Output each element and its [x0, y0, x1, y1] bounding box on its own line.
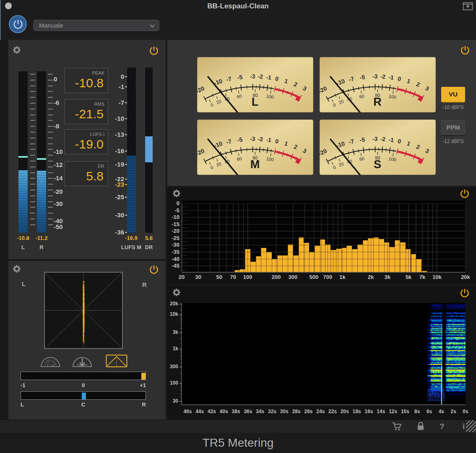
meter-value-L: -10.8 — [14, 235, 32, 241]
sgram-y-label: 100 — [164, 380, 178, 386]
meter-tick — [48, 138, 53, 138]
window-restore-icon[interactable] — [463, 2, 473, 12]
ppm-mode-button[interactable]: PPM — [441, 120, 465, 135]
meter-tick — [30, 138, 35, 138]
svg-text:-2: -2 — [380, 135, 386, 143]
gonio-mode-scatter-button[interactable] — [39, 354, 61, 367]
preset-dropdown[interactable]: Manuale — [33, 20, 159, 31]
lock-icon[interactable] — [416, 421, 425, 433]
meter-label-R: R — [32, 244, 51, 250]
meter-tick — [48, 190, 53, 190]
meter-tick — [30, 120, 35, 121]
cart-icon[interactable] — [391, 422, 402, 433]
lufs-scale-label: -30 — [106, 211, 124, 219]
lufs-readout-value: -19.0 — [75, 137, 104, 151]
spectrum-power-icon[interactable] — [460, 189, 469, 198]
meter-tick — [30, 190, 35, 190]
spectrum-settings-gear-icon[interactable] — [172, 189, 181, 198]
correlation-meter[interactable] — [21, 372, 146, 380]
svg-text:-3: -3 — [372, 135, 378, 142]
lr-scale-label: -50 — [54, 223, 70, 230]
svg-text:S: S — [374, 158, 381, 171]
svg-text:-3: -3 — [372, 73, 378, 80]
meter-tick — [30, 115, 35, 115]
lufs-scale-label: -13 — [106, 131, 124, 138]
meter-tick — [48, 143, 53, 144]
meters-settings-gear-icon[interactable] — [13, 46, 21, 54]
lr-scale-label: 0 — [54, 76, 70, 83]
balance-meter[interactable] — [21, 391, 146, 400]
sgram-settings-gear-icon[interactable] — [172, 288, 181, 297]
spectrum-x-label: 30 — [190, 274, 207, 280]
vu-meter-M: -20-10-7-5-3-2-10123020406080100M — [197, 120, 313, 175]
plugin-name: TR5 Metering — [0, 433, 476, 453]
help-icon[interactable]: ? — [440, 422, 445, 431]
meter-tick — [30, 184, 35, 185]
gonio-settings-gear-icon[interactable] — [13, 265, 21, 273]
meter-tick — [30, 213, 35, 213]
rms-readout: RMS -21.5 — [65, 99, 108, 124]
vu-meter-L: -20-10-7-5-3-2-10123020406080100L — [197, 57, 313, 112]
meter-tick — [30, 178, 35, 179]
svg-text:-1: -1 — [388, 74, 395, 81]
spectrum-x-label: 300 — [284, 274, 301, 280]
meter-tick — [30, 219, 35, 219]
vu-mode-button[interactable]: VU — [441, 87, 465, 102]
spectrum-y-label: -10 — [164, 214, 179, 220]
resize-handle[interactable] — [466, 420, 476, 432]
vu-mode-caption: -10 dBFS — [441, 104, 465, 110]
svg-text:-3: -3 — [250, 73, 255, 80]
svg-text:-5: -5 — [359, 136, 366, 143]
meter-label-L: L — [14, 244, 32, 250]
meter-tick — [30, 80, 35, 81]
meter-tick — [30, 109, 35, 109]
info-icon[interactable]: i — [463, 422, 465, 431]
spectrum-y-label: -15 — [164, 221, 179, 227]
meter-tick — [30, 91, 35, 92]
dr-block — [145, 136, 153, 162]
main-power-button[interactable] — [9, 15, 27, 33]
spectrum-x-label: 10k — [429, 274, 445, 280]
spectrum-x-label: 2k — [362, 274, 379, 280]
spectrum-x-label: 100 — [239, 274, 256, 280]
lr-scale-label: -12 — [54, 161, 70, 168]
sgram-power-icon[interactable] — [460, 289, 469, 298]
spectrum-y-label: -40 — [164, 256, 179, 262]
meter-tick — [30, 132, 35, 133]
balance-indicator[interactable] — [82, 393, 86, 399]
meter-tick — [30, 74, 35, 75]
meter-tick — [48, 207, 53, 208]
col-value-DR: 5.8 — [136, 235, 161, 241]
correlation-max-label: +1 — [21, 382, 146, 388]
correlation-indicator[interactable] — [141, 373, 146, 380]
lr-scale-label: -8 — [54, 122, 70, 130]
svg-text:-2: -2 — [380, 73, 386, 80]
meter-tick — [30, 167, 35, 167]
meter-tick — [48, 103, 53, 104]
bottom-toolbar — [0, 419, 476, 433]
meter-tick — [30, 224, 35, 225]
meter-tick — [48, 155, 53, 156]
meter-tick — [48, 132, 53, 133]
meter-tick — [48, 167, 53, 167]
peak-marker-R — [37, 158, 46, 160]
rms-readout-value: -21.5 — [75, 107, 104, 121]
ppm-mode-caption: -12 dBFS — [441, 138, 465, 144]
gonio-mode-lissajous-button[interactable] — [106, 354, 127, 367]
vu-power-icon[interactable] — [460, 46, 470, 55]
svg-text:-5: -5 — [237, 73, 243, 81]
meter-tick — [48, 86, 53, 86]
svg-text:-5: -5 — [237, 136, 243, 143]
meter-tick — [30, 143, 35, 144]
gonio-mode-trace-button[interactable] — [71, 354, 93, 367]
meter-tick — [48, 161, 53, 161]
meters-power-icon[interactable] — [149, 46, 159, 55]
gonio-power-icon[interactable] — [149, 265, 159, 274]
svg-text:-2: -2 — [258, 135, 263, 143]
meter-tick — [48, 74, 53, 75]
meter-value-R: -11.2 — [32, 235, 51, 241]
dr-readout-value: 5.8 — [86, 169, 104, 183]
lufs-scale-label: -1 — [106, 83, 124, 90]
peak-readout-label: PEAK — [92, 70, 104, 76]
svg-text:-1: -1 — [266, 136, 272, 144]
